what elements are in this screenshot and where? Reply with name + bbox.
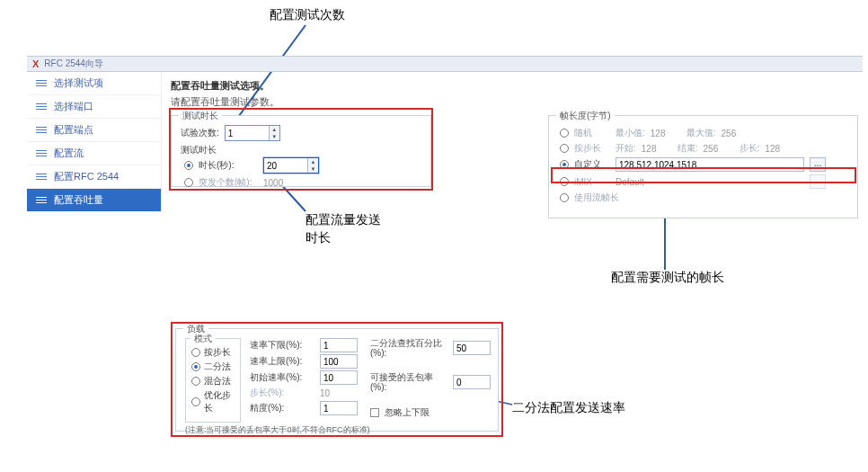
window-titlebar: X RFC 2544向导 [27,56,863,72]
sidebar-item-config-throughput[interactable]: 配置吞吐量 [27,189,161,212]
framelen-end-label: 结束: [678,142,698,155]
init-rate-label: 初始速率(%): [250,371,314,384]
sidebar-item-label: 配置吞吐量 [54,193,103,207]
framelen-imix-label: iMIX [574,177,610,187]
ignore-limits-label: 忽略上下限 [385,406,430,419]
framelen-custom-browse-button[interactable]: ... [810,157,826,172]
framelen-step-label: 按步长 [574,142,610,155]
framelen-steplen-value: 128 [765,144,780,154]
radio-duration-burst[interactable] [184,178,193,187]
framelen-steplen-label: 步长: [740,142,760,155]
radio-mode-optstep[interactable] [191,397,200,406]
trials-label: 试验次数: [181,127,219,139]
radio-framelen-imix[interactable] [560,177,569,186]
trials-input[interactable] [226,126,269,140]
rate-lower-label: 速率下限(%): [250,339,314,352]
mode-label: 按步长 [204,346,231,359]
annotation-trials: 配置测试次数 [270,7,345,23]
panel-framelen: 帧长度(字节) 随机 最小值: 128 最大值: 256 按步长 开始: 128… [548,115,858,218]
radio-framelen-stream[interactable] [560,193,569,202]
trials-spinner[interactable]: ▲▼ [225,125,280,141]
spinner-arrows-icon[interactable]: ▲▼ [269,126,279,140]
annotation-duration-line1: 配置流量发送 [306,212,381,227]
mode-label: 混合法 [204,375,231,387]
duration-time-input[interactable] [264,158,307,173]
acceptable-loss-input[interactable] [453,375,491,389]
rate-lower-input[interactable] [320,338,358,352]
rate-upper-label: 速率上限(%): [250,355,314,368]
radio-mode-binary[interactable] [191,362,200,371]
radio-framelen-custom[interactable] [560,160,569,169]
app-logo-x: X [32,58,39,69]
duration-time-label: 时长(秒): [199,159,258,172]
binary-pct-input[interactable] [453,341,491,355]
sidebar-item-config-streams[interactable]: 配置流 [27,142,161,165]
mode-label: 二分法 [204,361,231,373]
load-step-label: 步长(%): [250,387,314,399]
framelen-max-value: 256 [722,129,737,138]
hamburger-icon [36,80,47,86]
radio-mode-combo[interactable] [191,377,200,386]
framelen-custom-label: 自定义 [574,158,610,171]
sidebar-item-config-endpoints[interactable]: 配置端点 [27,119,161,142]
framelen-end-value: 256 [704,144,734,154]
panel-duration-title: 测试时长 [179,110,222,122]
ignore-limits-checkbox[interactable] [370,408,379,417]
panel-framelen-title: 帧长度(字节) [556,110,615,122]
hamburger-icon [36,150,47,156]
sidebar-item-label: 选择端口 [54,100,93,113]
mode-box-title: 模式 [190,333,216,345]
panel-load: 负载 模式 按步长 二分法 混合法 优化步长 [175,328,499,432]
sidebar-item-label: 选择测试项 [54,76,103,90]
sidebar-item-select-ports[interactable]: 选择端口 [27,95,161,119]
mode-option-binary[interactable]: 二分法 [191,361,235,373]
mode-option-optstep[interactable]: 优化步长 [191,389,235,414]
framelen-stream-label: 使用流帧长 [574,191,619,204]
framelen-start-label: 开始: [616,142,636,155]
framelen-min-value: 128 [651,129,681,138]
load-note: (注意:当可接受的丢包率大于0时,不符合RFC的标准) [185,424,491,436]
window-title: RFC 2544向导 [44,58,103,70]
framelen-random-label: 随机 [574,127,610,139]
init-rate-input[interactable] [320,370,358,385]
sidebar-item-select-tests[interactable]: 选择测试项 [27,72,161,95]
framelen-max-label: 最大值: [686,127,716,139]
panel-duration: 测试时长 试验次数: ▲▼ 测试时长 时长(秒): ▲▼ 突发个数(帧): 10… [171,115,431,187]
wizard-sidebar: 选择测试项 选择端口 配置端点 配置流 配置RFC 2544 配置吞吐量 [27,72,162,212]
radio-framelen-step[interactable] [560,144,569,153]
page-subtitle: 请配置吞吐量测试参数。 [171,95,279,109]
sidebar-item-config-rfc2544[interactable]: 配置RFC 2544 [27,165,161,189]
radio-framelen-random[interactable] [560,129,569,138]
framelen-start-value: 128 [642,144,672,154]
hamburger-icon [36,197,47,203]
mode-box: 模式 按步长 二分法 混合法 优化步长 [185,338,241,423]
page-title: 配置吞吐量测试选项。 [171,79,279,93]
mode-option-combo[interactable]: 混合法 [191,375,235,387]
framelen-custom-input[interactable] [616,157,804,172]
precision-input[interactable] [320,401,358,415]
framelen-imix-value: Default [616,177,804,187]
duration-subtitle: 测试时长 [181,144,217,156]
hamburger-icon [36,174,47,180]
binary-pct-label: 二分法查找百分比(%): [370,338,447,358]
rate-upper-input[interactable] [320,354,358,369]
sidebar-item-label: 配置端点 [54,123,93,137]
sidebar-item-label: 配置RFC 2544 [54,170,119,183]
duration-burst-value: 1000 [263,178,283,188]
radio-mode-step[interactable] [191,348,200,357]
mode-label: 优化步长 [204,389,235,414]
radio-duration-time[interactable] [184,161,193,170]
precision-label: 精度(%): [250,402,314,414]
mode-option-step[interactable]: 按步长 [191,346,235,359]
spinner-arrows-icon[interactable]: ▲▼ [307,158,318,173]
framelen-imix-browse-button: ... [810,174,826,189]
load-step-value: 10 [320,388,330,398]
hamburger-icon [36,127,47,133]
annotation-duration-line2: 时长 [306,230,331,245]
sidebar-item-label: 配置流 [54,147,84,160]
annotation-framelen: 配置需要测试的帧长 [611,270,724,286]
annotation-rate: 二分法配置发送速率 [512,400,625,416]
page-header: 配置吞吐量测试选项。 请配置吞吐量测试参数。 [171,79,279,109]
duration-time-spinner[interactable]: ▲▼ [263,157,319,174]
hamburger-icon [36,103,47,110]
